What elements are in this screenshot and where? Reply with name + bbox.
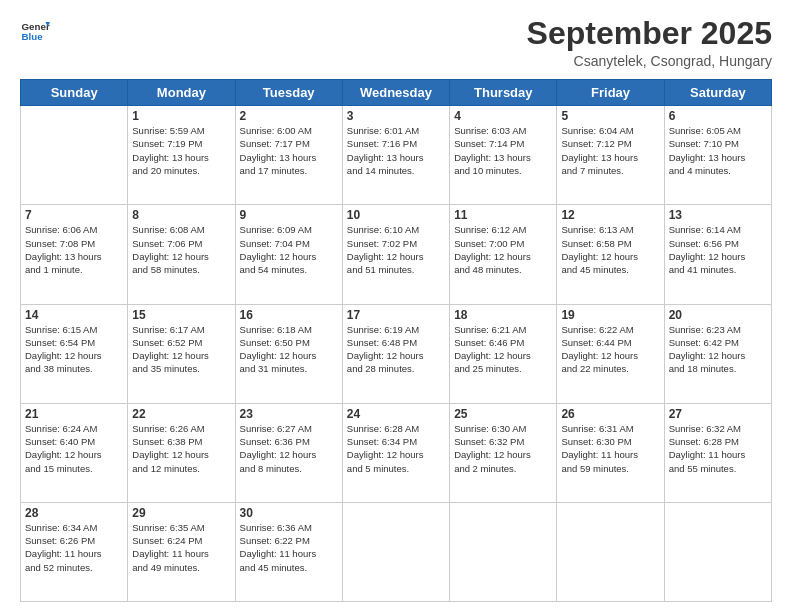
day-number: 26 <box>561 407 659 421</box>
table-row <box>450 502 557 601</box>
table-row: 12Sunrise: 6:13 AMSunset: 6:58 PMDayligh… <box>557 205 664 304</box>
col-wednesday: Wednesday <box>342 80 449 106</box>
day-info: Sunrise: 6:08 AMSunset: 7:06 PMDaylight:… <box>132 223 230 276</box>
table-row: 13Sunrise: 6:14 AMSunset: 6:56 PMDayligh… <box>664 205 771 304</box>
day-info: Sunrise: 6:13 AMSunset: 6:58 PMDaylight:… <box>561 223 659 276</box>
table-row: 4Sunrise: 6:03 AMSunset: 7:14 PMDaylight… <box>450 106 557 205</box>
day-info: Sunrise: 6:18 AMSunset: 6:50 PMDaylight:… <box>240 323 338 376</box>
logo: General Blue <box>20 16 50 46</box>
day-info: Sunrise: 6:28 AMSunset: 6:34 PMDaylight:… <box>347 422 445 475</box>
calendar-week-row: 7Sunrise: 6:06 AMSunset: 7:08 PMDaylight… <box>21 205 772 304</box>
day-info: Sunrise: 6:15 AMSunset: 6:54 PMDaylight:… <box>25 323 123 376</box>
table-row: 3Sunrise: 6:01 AMSunset: 7:16 PMDaylight… <box>342 106 449 205</box>
col-saturday: Saturday <box>664 80 771 106</box>
day-info: Sunrise: 6:22 AMSunset: 6:44 PMDaylight:… <box>561 323 659 376</box>
day-info: Sunrise: 6:26 AMSunset: 6:38 PMDaylight:… <box>132 422 230 475</box>
page-subtitle: Csanytelek, Csongrad, Hungary <box>527 53 772 69</box>
day-number: 7 <box>25 208 123 222</box>
day-info: Sunrise: 6:05 AMSunset: 7:10 PMDaylight:… <box>669 124 767 177</box>
day-info: Sunrise: 6:17 AMSunset: 6:52 PMDaylight:… <box>132 323 230 376</box>
table-row <box>342 502 449 601</box>
day-info: Sunrise: 6:32 AMSunset: 6:28 PMDaylight:… <box>669 422 767 475</box>
table-row: 30Sunrise: 6:36 AMSunset: 6:22 PMDayligh… <box>235 502 342 601</box>
day-info: Sunrise: 6:10 AMSunset: 7:02 PMDaylight:… <box>347 223 445 276</box>
calendar-week-row: 14Sunrise: 6:15 AMSunset: 6:54 PMDayligh… <box>21 304 772 403</box>
table-row: 17Sunrise: 6:19 AMSunset: 6:48 PMDayligh… <box>342 304 449 403</box>
day-info: Sunrise: 6:00 AMSunset: 7:17 PMDaylight:… <box>240 124 338 177</box>
day-number: 21 <box>25 407 123 421</box>
col-monday: Monday <box>128 80 235 106</box>
day-number: 28 <box>25 506 123 520</box>
day-info: Sunrise: 6:14 AMSunset: 6:56 PMDaylight:… <box>669 223 767 276</box>
day-number: 20 <box>669 308 767 322</box>
calendar-header-row: Sunday Monday Tuesday Wednesday Thursday… <box>21 80 772 106</box>
table-row: 27Sunrise: 6:32 AMSunset: 6:28 PMDayligh… <box>664 403 771 502</box>
table-row: 23Sunrise: 6:27 AMSunset: 6:36 PMDayligh… <box>235 403 342 502</box>
day-number: 30 <box>240 506 338 520</box>
table-row: 21Sunrise: 6:24 AMSunset: 6:40 PMDayligh… <box>21 403 128 502</box>
page: General Blue September 2025 Csanytelek, … <box>0 0 792 612</box>
day-info: Sunrise: 6:36 AMSunset: 6:22 PMDaylight:… <box>240 521 338 574</box>
day-number: 25 <box>454 407 552 421</box>
day-number: 8 <box>132 208 230 222</box>
day-info: Sunrise: 6:35 AMSunset: 6:24 PMDaylight:… <box>132 521 230 574</box>
page-title: September 2025 <box>527 16 772 51</box>
day-number: 10 <box>347 208 445 222</box>
table-row: 25Sunrise: 6:30 AMSunset: 6:32 PMDayligh… <box>450 403 557 502</box>
table-row: 29Sunrise: 6:35 AMSunset: 6:24 PMDayligh… <box>128 502 235 601</box>
table-row <box>664 502 771 601</box>
day-number: 29 <box>132 506 230 520</box>
table-row: 20Sunrise: 6:23 AMSunset: 6:42 PMDayligh… <box>664 304 771 403</box>
day-number: 27 <box>669 407 767 421</box>
table-row: 6Sunrise: 6:05 AMSunset: 7:10 PMDaylight… <box>664 106 771 205</box>
day-info: Sunrise: 6:27 AMSunset: 6:36 PMDaylight:… <box>240 422 338 475</box>
table-row: 24Sunrise: 6:28 AMSunset: 6:34 PMDayligh… <box>342 403 449 502</box>
table-row: 26Sunrise: 6:31 AMSunset: 6:30 PMDayligh… <box>557 403 664 502</box>
day-number: 11 <box>454 208 552 222</box>
col-thursday: Thursday <box>450 80 557 106</box>
day-info: Sunrise: 6:03 AMSunset: 7:14 PMDaylight:… <box>454 124 552 177</box>
col-friday: Friday <box>557 80 664 106</box>
day-info: Sunrise: 6:04 AMSunset: 7:12 PMDaylight:… <box>561 124 659 177</box>
day-number: 14 <box>25 308 123 322</box>
table-row: 16Sunrise: 6:18 AMSunset: 6:50 PMDayligh… <box>235 304 342 403</box>
day-info: Sunrise: 6:31 AMSunset: 6:30 PMDaylight:… <box>561 422 659 475</box>
day-number: 18 <box>454 308 552 322</box>
day-number: 1 <box>132 109 230 123</box>
table-row: 7Sunrise: 6:06 AMSunset: 7:08 PMDaylight… <box>21 205 128 304</box>
day-info: Sunrise: 6:24 AMSunset: 6:40 PMDaylight:… <box>25 422 123 475</box>
day-number: 4 <box>454 109 552 123</box>
day-info: Sunrise: 6:21 AMSunset: 6:46 PMDaylight:… <box>454 323 552 376</box>
table-row: 2Sunrise: 6:00 AMSunset: 7:17 PMDaylight… <box>235 106 342 205</box>
day-info: Sunrise: 5:59 AMSunset: 7:19 PMDaylight:… <box>132 124 230 177</box>
table-row: 1Sunrise: 5:59 AMSunset: 7:19 PMDaylight… <box>128 106 235 205</box>
header: General Blue September 2025 Csanytelek, … <box>20 16 772 69</box>
day-number: 16 <box>240 308 338 322</box>
table-row: 18Sunrise: 6:21 AMSunset: 6:46 PMDayligh… <box>450 304 557 403</box>
table-row: 22Sunrise: 6:26 AMSunset: 6:38 PMDayligh… <box>128 403 235 502</box>
table-row <box>557 502 664 601</box>
table-row: 14Sunrise: 6:15 AMSunset: 6:54 PMDayligh… <box>21 304 128 403</box>
day-info: Sunrise: 6:19 AMSunset: 6:48 PMDaylight:… <box>347 323 445 376</box>
table-row: 19Sunrise: 6:22 AMSunset: 6:44 PMDayligh… <box>557 304 664 403</box>
table-row: 11Sunrise: 6:12 AMSunset: 7:00 PMDayligh… <box>450 205 557 304</box>
logo-icon: General Blue <box>20 16 50 46</box>
calendar-week-row: 1Sunrise: 5:59 AMSunset: 7:19 PMDaylight… <box>21 106 772 205</box>
day-number: 6 <box>669 109 767 123</box>
calendar-week-row: 21Sunrise: 6:24 AMSunset: 6:40 PMDayligh… <box>21 403 772 502</box>
day-info: Sunrise: 6:34 AMSunset: 6:26 PMDaylight:… <box>25 521 123 574</box>
day-number: 15 <box>132 308 230 322</box>
table-row: 9Sunrise: 6:09 AMSunset: 7:04 PMDaylight… <box>235 205 342 304</box>
day-number: 5 <box>561 109 659 123</box>
table-row: 8Sunrise: 6:08 AMSunset: 7:06 PMDaylight… <box>128 205 235 304</box>
calendar-week-row: 28Sunrise: 6:34 AMSunset: 6:26 PMDayligh… <box>21 502 772 601</box>
col-sunday: Sunday <box>21 80 128 106</box>
table-row: 15Sunrise: 6:17 AMSunset: 6:52 PMDayligh… <box>128 304 235 403</box>
table-row <box>21 106 128 205</box>
table-row: 5Sunrise: 6:04 AMSunset: 7:12 PMDaylight… <box>557 106 664 205</box>
col-tuesday: Tuesday <box>235 80 342 106</box>
day-number: 17 <box>347 308 445 322</box>
day-info: Sunrise: 6:06 AMSunset: 7:08 PMDaylight:… <box>25 223 123 276</box>
calendar-table: Sunday Monday Tuesday Wednesday Thursday… <box>20 79 772 602</box>
day-number: 13 <box>669 208 767 222</box>
